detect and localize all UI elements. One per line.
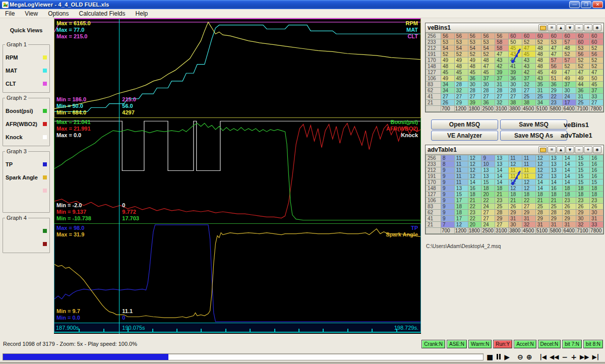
adv-cell[interactable]: 13 xyxy=(495,161,509,167)
folder-button[interactable] xyxy=(538,24,547,31)
adv-cell[interactable]: 11 xyxy=(509,155,522,161)
adv-cell[interactable]: 9 xyxy=(441,179,455,186)
decrement-button[interactable]: − xyxy=(575,146,583,153)
adv-cell[interactable]: 27 xyxy=(495,222,509,228)
ve-cell[interactable]: 37 xyxy=(481,76,495,82)
adv-cell[interactable]: 14 xyxy=(495,173,509,179)
adv-cell[interactable]: 12 xyxy=(522,179,535,186)
ve-cell[interactable]: 52 xyxy=(590,45,603,51)
adv-cell[interactable]: 13 xyxy=(549,161,563,167)
adv-cell[interactable]: 18 xyxy=(576,186,590,192)
ve-cell[interactable]: 42 xyxy=(522,70,535,76)
ve-cell[interactable]: 30 xyxy=(468,82,481,88)
adv-cell[interactable]: 16 xyxy=(590,167,603,173)
ve-cell[interactable]: 38 xyxy=(509,100,522,106)
adv-cell[interactable]: 16 xyxy=(590,161,603,167)
ve-cell[interactable]: 41 xyxy=(509,64,522,70)
save-msq-button[interactable]: Save MSQ xyxy=(500,119,567,130)
ve-cell[interactable]: 34 xyxy=(441,88,455,94)
adv-cell[interactable]: 31 xyxy=(522,216,535,222)
adv-cell[interactable]: 21 xyxy=(468,198,481,204)
ve-cell[interactable]: 31 xyxy=(495,82,509,88)
adv-cell[interactable]: 12 xyxy=(535,167,549,173)
equals-button[interactable]: = xyxy=(548,146,556,153)
close-button[interactable]: ✕ xyxy=(592,1,603,8)
adv-cell[interactable]: 28 xyxy=(535,210,549,216)
adv-cell[interactable]: 23 xyxy=(576,198,590,204)
ve-cell[interactable]: 27 xyxy=(495,94,509,100)
ve-cell[interactable]: 44 xyxy=(576,82,590,88)
ve-cell[interactable]: 42 xyxy=(495,64,509,70)
adv-cell[interactable]: 13 xyxy=(481,173,495,179)
adv-cell[interactable]: 15 xyxy=(576,161,590,167)
adv-cell[interactable]: 18 xyxy=(522,192,535,198)
ve-cell[interactable]: 30 xyxy=(563,88,576,94)
ve-cell[interactable]: 52 xyxy=(535,39,549,45)
ve-cell[interactable]: 60 xyxy=(576,39,590,45)
adv-cell[interactable]: 15 xyxy=(481,179,495,186)
ve-cell[interactable]: 30 xyxy=(509,82,522,88)
ve-cell[interactable]: 27 xyxy=(441,94,455,100)
adv-cell[interactable]: 23 xyxy=(468,210,481,216)
adv-cell[interactable]: 12 xyxy=(509,179,522,186)
adv-cell[interactable]: 7 xyxy=(441,222,455,228)
ve-cell[interactable]: 47 xyxy=(590,70,603,76)
adv-cell[interactable]: 14 xyxy=(535,179,549,186)
adv-cell[interactable]: 30 xyxy=(509,222,522,228)
adv-cell[interactable]: 14 xyxy=(563,179,576,186)
adv-cell[interactable]: 15 xyxy=(454,192,468,198)
adv-cell[interactable]: 22 xyxy=(522,198,535,204)
adv-cell[interactable]: 18 xyxy=(563,192,576,198)
ve-cell[interactable]: 43 xyxy=(535,76,549,82)
adv-cell[interactable]: 9 xyxy=(441,204,455,210)
adv-cell[interactable]: 27 xyxy=(481,216,495,222)
ve-cell[interactable]: 58 xyxy=(495,45,509,51)
ve-cell[interactable]: 49 xyxy=(454,57,468,64)
adv-cell[interactable]: 16 xyxy=(590,155,603,161)
ve-cell[interactable]: 48 xyxy=(535,64,549,70)
ve-cell[interactable]: 45 xyxy=(509,45,522,51)
burn-button[interactable]: ∗ xyxy=(593,146,601,153)
ve-cell[interactable]: 27 xyxy=(522,88,535,94)
ve-cell[interactable]: 28 xyxy=(509,88,522,94)
ve-cell[interactable]: 45 xyxy=(481,70,495,76)
adv-cell[interactable]: 12 xyxy=(535,161,549,167)
adv-cell[interactable]: 11 xyxy=(509,167,522,173)
increment-button[interactable]: + xyxy=(584,146,592,153)
adv-cell[interactable]: 27 xyxy=(481,210,495,216)
pause-button[interactable] xyxy=(497,354,501,359)
ve-cell[interactable]: 48 xyxy=(563,45,576,51)
adv-cell[interactable]: 30 xyxy=(576,216,590,222)
ve-cell[interactable]: 49 xyxy=(549,70,563,76)
adv-cell[interactable]: 24 xyxy=(481,222,495,228)
ve-cell[interactable]: 54 xyxy=(441,45,455,51)
ve-cell[interactable]: 60 xyxy=(522,33,535,39)
skip-start-button[interactable]: |◀ xyxy=(539,352,547,361)
step-forward-button[interactable]: + xyxy=(571,352,577,361)
ve-cell[interactable]: 57 xyxy=(563,57,576,64)
adv-cell[interactable]: 11 xyxy=(454,161,468,167)
adv-cell[interactable]: 9 xyxy=(441,210,455,216)
adv-cell[interactable]: 32 xyxy=(522,222,535,228)
ve-cell[interactable]: 28 xyxy=(468,88,481,94)
adv-cell[interactable]: 28 xyxy=(563,210,576,216)
adv-cell[interactable]: 18 xyxy=(590,192,603,198)
ve-cell[interactable]: 37 xyxy=(522,76,535,82)
ve-cell[interactable]: 54 xyxy=(481,45,495,51)
series-toggle-knock[interactable]: Knock xyxy=(6,131,47,144)
adv-cell[interactable]: 18 xyxy=(549,192,563,198)
ve-cell[interactable]: 52 xyxy=(454,51,468,57)
adv-cell[interactable]: 31 xyxy=(590,216,603,222)
ve-cell[interactable]: 47 xyxy=(576,70,590,76)
adv-cell[interactable]: 13 xyxy=(549,155,563,161)
ve-cell[interactable]: 52 xyxy=(590,64,603,70)
ve-cell[interactable]: 34 xyxy=(535,100,549,106)
ve-cell[interactable]: 36 xyxy=(481,100,495,106)
ve-cell[interactable]: 52 xyxy=(563,64,576,70)
adv-cell[interactable]: 8 xyxy=(441,161,455,167)
ve-cell[interactable]: 26 xyxy=(441,100,455,106)
ve-cell[interactable]: 28 xyxy=(495,88,509,94)
ve-cell[interactable]: 49 xyxy=(576,76,590,82)
adv-cell[interactable]: 14 xyxy=(535,186,549,192)
save-msq-as-button[interactable]: Save MSQ As xyxy=(500,131,567,141)
